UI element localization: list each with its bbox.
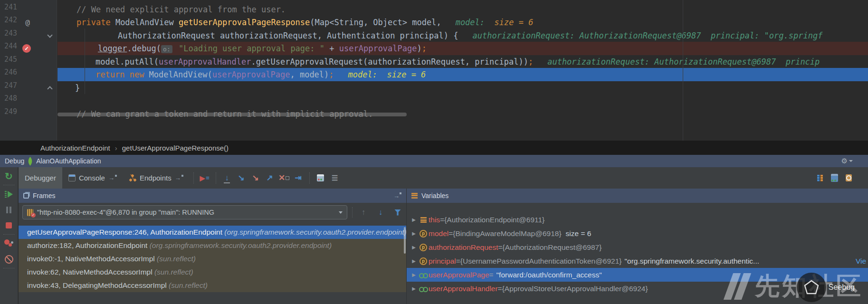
frames-tab-out-icon[interactable]: → [393, 192, 401, 200]
equals-sign: = [498, 243, 503, 252]
code-text: private ModelAndView getUserApprovalPage… [57, 16, 868, 29]
step-into-button[interactable] [234, 171, 248, 185]
equals-sign: = [489, 271, 494, 279]
restore-layout-button[interactable] [827, 171, 841, 185]
frame-row[interactable]: getUserApprovalPageResponse:246, Authori… [19, 226, 406, 239]
editor-horizontal-scrollbar[interactable] [57, 113, 407, 116]
expand-arrow-icon[interactable]: ▶ [410, 217, 418, 222]
frame-method: getUserApprovalPageResponse:246, Authori… [27, 228, 224, 236]
tab-endpoints[interactable]: Endpoints→ [123, 167, 190, 189]
drop-frame-button[interactable] [277, 171, 291, 185]
line-number: 244 [0, 42, 17, 50]
variable-row-this[interactable]: ▶this = {AuthorizationEndpoint@6911} [407, 213, 868, 227]
tab-out-icon: → [175, 175, 183, 181]
breadcrumb-separator: › [115, 144, 117, 152]
editor-line-244[interactable]: 244✓logger.debug(o: "Loading user approv… [0, 42, 868, 55]
expand-arrow-icon[interactable]: ▶ [410, 245, 418, 250]
line-number: 245 [0, 55, 17, 64]
frames-scrollbar[interactable] [404, 227, 406, 254]
toolwindow-settings-button[interactable]: ⚙ [841, 157, 853, 165]
resume-button[interactable] [0, 186, 18, 202]
previous-frame-button[interactable]: ↑ [357, 206, 370, 218]
view-breakpoints-button[interactable] [0, 236, 18, 251]
variable-row-userApprovalHandler[interactable]: ▶userApprovalHandler = {ApprovalStoreUse… [407, 282, 868, 295]
thread-selector-dropdown[interactable]: "http-nio-8080-exec-4"@6,870 in group "m… [22, 205, 347, 219]
tab-console[interactable]: Console→ [62, 167, 123, 189]
stop-button[interactable] [0, 218, 18, 233]
thread-icon [27, 209, 33, 216]
hide-library-frames-filter-button[interactable] [391, 206, 404, 218]
breakpoint-icon[interactable]: ✓ [22, 44, 31, 53]
tab-label: Console [79, 174, 105, 182]
variable-value: {AuthorizationRequest@6987} [503, 243, 602, 252]
frame-row[interactable]: invoke:43, DelegatingMethodAccessorImpl … [19, 279, 406, 292]
mute-breakpoints-button[interactable] [0, 251, 18, 267]
code-text: AuthorizationRequest authorizationReques… [57, 29, 868, 42]
indent-guide [85, 28, 85, 94]
expand-arrow-icon[interactable]: ▶ [410, 231, 418, 236]
editor-line-241[interactable]: 241// We need explicit approval from the… [0, 3, 868, 16]
breadcrumb-item[interactable]: AuthorizationEndpoint [40, 144, 110, 152]
annotation-icon[interactable]: @ [23, 16, 32, 29]
variable-row-model[interactable]: ▶pmodel = {BindingAwareModelMap@6918}siz… [407, 227, 868, 240]
line-number: 249 [0, 107, 17, 116]
frame-row[interactable]: authorize:182, AuthorizationEndpoint (or… [19, 239, 406, 252]
variable-name: authorizationRequest [429, 243, 498, 252]
tab-label: Debugger [25, 174, 56, 182]
show-execution-point-button[interactable] [198, 171, 212, 185]
code-text: logger.debug(o: "Loading user approval p… [57, 42, 868, 56]
trace-settings-button[interactable] [328, 171, 342, 185]
variable-row-userApprovalPage[interactable]: ▶userApprovalPage = "forward:/oauth/conf… [407, 268, 868, 282]
editor-line-246[interactable]: 246return new ModelAndView(userApprovalP… [0, 68, 868, 81]
debug-title: Debug [5, 157, 24, 165]
frame-row[interactable]: invoke:62, NativeMethodAccessorImpl (sun… [19, 266, 406, 279]
code-text: return new ModelAndView(userApprovalPage… [57, 68, 868, 81]
expand-arrow-icon[interactable]: ▶ [410, 286, 418, 291]
editor-line-248[interactable]: 248 [0, 94, 868, 107]
variable-row-principal[interactable]: ▶pprincipal = {UsernamePasswordAuthentic… [407, 254, 868, 268]
run-to-cursor-button[interactable] [291, 171, 305, 185]
variable-string-value: "forward:/oauth/confirm_access" [496, 271, 602, 279]
force-step-into-button[interactable] [248, 171, 263, 185]
breadcrumb-item[interactable]: getUserApprovalPageResponse() [122, 144, 229, 152]
this-icon [418, 217, 429, 223]
line-number: 243 [0, 29, 17, 38]
rerun-button[interactable] [0, 168, 18, 184]
editor-line-242[interactable]: 242@private ModelAndView getUserApproval… [0, 16, 868, 29]
variable-size: size = 6 [566, 229, 591, 238]
editor-line-247[interactable]: 247} [0, 81, 868, 95]
frame-method: invoke:43, DelegatingMethodAccessorImpl [27, 281, 169, 289]
view-link[interactable]: Vie [856, 257, 866, 266]
editor-line-245[interactable]: 245model.putAll(userApprovalHandler.getU… [0, 55, 868, 68]
tab-debugger[interactable]: Debugger [19, 167, 62, 189]
chevron-down-icon [339, 211, 343, 214]
editor-line-243[interactable]: 243AuthorizationRequest authorizationReq… [0, 29, 868, 42]
next-frame-button[interactable]: ↓ [374, 206, 387, 218]
pause-button[interactable] [0, 202, 18, 218]
fold-up-icon[interactable] [47, 86, 52, 91]
endpoints-icon [129, 174, 136, 181]
tab-out-icon: → [108, 175, 117, 181]
expand-arrow-icon[interactable]: ▶ [410, 272, 418, 277]
fold-down-icon[interactable] [47, 32, 52, 38]
panel-splitter[interactable] [406, 189, 407, 304]
editor[interactable]: 240241// We need explicit approval from … [0, 0, 868, 141]
gear-icon: ⚙ [841, 157, 848, 165]
variables-icon [411, 193, 418, 199]
frame-row[interactable]: invoke0:-1, NativeMethodAccessorImpl (su… [19, 252, 406, 266]
variable-value: {ApprovalStoreUserApprovalHandler@6924} [502, 285, 648, 293]
variable-name: userApprovalPage [429, 271, 489, 279]
evaluate-expression-button[interactable] [314, 171, 328, 185]
frames-panel-header: Frames → [19, 189, 406, 203]
threads-button[interactable] [813, 171, 827, 185]
variable-row-authorizationRequest[interactable]: ▶pauthorizationRequest = {AuthorizationR… [407, 240, 868, 254]
right-margin-guide [683, 0, 683, 141]
step-out-button[interactable] [263, 171, 277, 185]
memory-view-button[interactable] [841, 171, 856, 185]
step-over-button[interactable] [220, 171, 234, 185]
expand-arrow-icon[interactable]: ▶ [410, 258, 418, 264]
breadcrumb: AuthorizationEndpoint›getUserApprovalPag… [0, 141, 868, 155]
toolbar-separator [3, 268, 15, 268]
toolbar-separator [216, 172, 216, 184]
frame-method: invoke:62, NativeMethodAccessorImpl [27, 268, 154, 276]
